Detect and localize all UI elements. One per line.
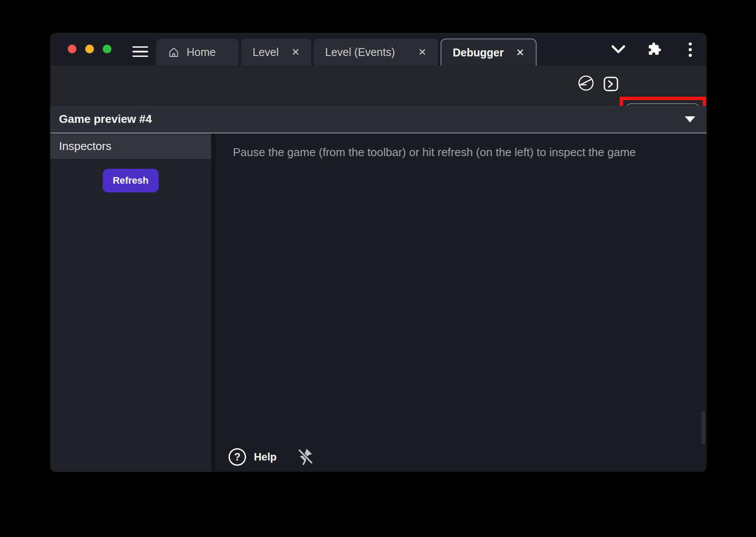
traffic-lights <box>68 45 111 53</box>
game-preview-selector[interactable]: Game preview #4 <box>50 106 707 133</box>
tab-label: Level (Events) <box>325 46 395 59</box>
close-window-button[interactable] <box>68 45 76 53</box>
close-tab-icon[interactable]: ✕ <box>516 48 524 58</box>
kebab-menu-icon[interactable] <box>686 42 694 57</box>
titlebar: Home Level ✕ Level (Events) ✕ Debugger ✕ <box>50 33 707 66</box>
tab-home[interactable]: Home <box>156 38 239 66</box>
tab-bar: Home Level ✕ Level (Events) ✕ Debugger ✕ <box>156 38 537 66</box>
scrollbar-thumb[interactable] <box>701 411 705 444</box>
main-menu-icon[interactable] <box>132 45 149 58</box>
tab-label: Home <box>187 46 216 59</box>
debugger-hint-message: Pause the game (from the toolbar) or hit… <box>233 146 636 159</box>
inspector-main-panel: Pause the game (from the toolbar) or hit… <box>215 133 707 472</box>
help-icon: ? <box>229 448 246 466</box>
console-icon[interactable] <box>603 76 619 92</box>
inspectors-header: Inspectors <box>50 133 211 159</box>
desktop-background: Home Level ✕ Level (Events) ✕ Debugger ✕ <box>0 0 756 537</box>
footer-bar: ? Help <box>229 447 314 467</box>
inspectors-sidebar: Inspectors Refresh <box>50 133 211 472</box>
profiler-gauge-icon[interactable] <box>577 74 595 92</box>
tab-level-events[interactable]: Level (Events) ✕ <box>314 38 438 66</box>
tab-label: Level <box>253 46 279 59</box>
dropdown-caret-icon <box>685 116 695 122</box>
game-preview-title: Game preview #4 <box>59 112 152 126</box>
home-icon <box>168 46 180 58</box>
help-button[interactable]: ? Help <box>229 448 277 466</box>
chevron-down-icon[interactable] <box>610 43 626 56</box>
help-label: Help <box>254 451 277 463</box>
content-area: Inspectors Refresh Pause the game (from … <box>50 133 707 472</box>
unpin-icon[interactable] <box>297 447 314 467</box>
debugger-window: Home Level ✕ Level (Events) ✕ Debugger ✕ <box>50 33 707 472</box>
tab-level[interactable]: Level ✕ <box>241 38 311 66</box>
debugger-toolbar: Pause <box>50 66 707 106</box>
minimize-window-button[interactable] <box>85 45 94 53</box>
close-tab-icon[interactable]: ✕ <box>291 47 300 57</box>
zoom-window-button[interactable] <box>103 45 111 53</box>
tab-label: Debugger <box>453 46 504 59</box>
close-tab-icon[interactable]: ✕ <box>418 47 427 57</box>
refresh-button[interactable]: Refresh <box>103 169 159 192</box>
extensions-puzzle-icon[interactable] <box>647 42 662 56</box>
tab-debugger[interactable]: Debugger ✕ <box>440 38 537 66</box>
